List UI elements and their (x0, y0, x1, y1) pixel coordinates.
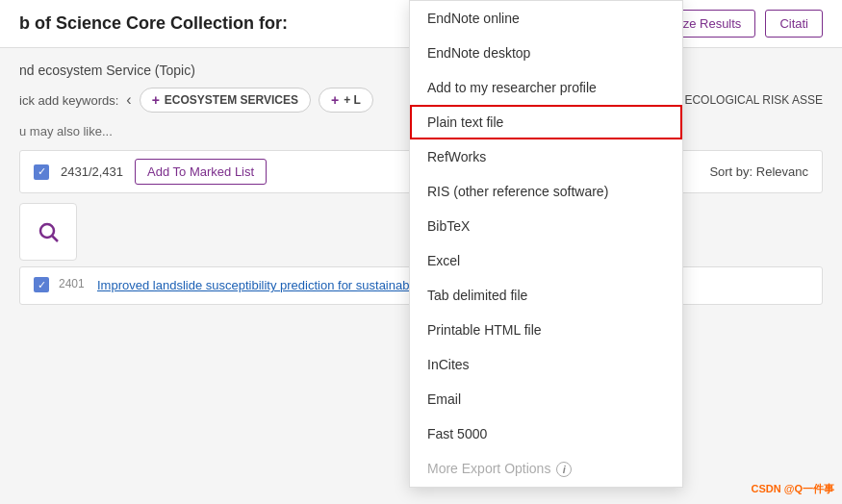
dropdown-item-add-researcher-profile[interactable]: Add to my researcher profile (410, 70, 682, 105)
dropdown-item-tab-delimited[interactable]: Tab delimited file (410, 278, 682, 313)
citation-button[interactable]: Citati (765, 10, 823, 38)
keyword-plus-icon-more: + (331, 92, 339, 108)
add-to-marked-button[interactable]: Add To Marked List (135, 159, 267, 185)
dropdown-item-ris[interactable]: RIS (other reference software) (410, 174, 682, 209)
info-icon[interactable]: i (556, 462, 572, 477)
dropdown-item-fast-5000[interactable]: Fast 5000 (410, 416, 682, 451)
page-title: b of Science Core Collection for: (19, 13, 288, 34)
dropdown-item-incites[interactable]: InCites (410, 347, 682, 382)
keyword-more-label: + L (344, 93, 361, 107)
keyword-label-0: ECOSYSTEM SERVICES (165, 93, 298, 107)
svg-line-1 (53, 237, 59, 242)
dropdown-item-printable-html[interactable]: Printable HTML file (410, 313, 682, 347)
export-dropdown: EndNote onlineEndNote desktopAdd to my r… (409, 0, 683, 488)
search-icon (37, 220, 60, 243)
page-background: b of Science Core Collection for: alyze … (0, 0, 842, 504)
dropdown-item-email[interactable]: Email (410, 382, 682, 416)
dropdown-item-refworks[interactable]: RefWorks (410, 139, 682, 174)
keyword-chip-0[interactable]: + ECOSYSTEM SERVICES (140, 88, 311, 113)
keywords-prev-arrow[interactable]: ‹ (126, 91, 131, 109)
keyword-plus-icon: + (152, 92, 160, 108)
dropdown-item-endnote-online[interactable]: EndNote online (410, 1, 682, 36)
svg-point-0 (40, 224, 54, 238)
watermark: CSDN @Q一件事 (751, 482, 834, 496)
dropdown-item-endnote-desktop[interactable]: EndNote desktop (410, 36, 682, 70)
results-count: 2431/2,431 (61, 164, 123, 179)
dropdown-item-more-export: More Export Optionsi (410, 451, 682, 487)
dropdown-item-excel[interactable]: Excel (410, 243, 682, 278)
dropdown-item-plain-text-file[interactable]: Plain text file (410, 105, 682, 139)
result-number: 2401 (59, 277, 88, 290)
keyword-chip-more[interactable]: + + L (319, 88, 373, 113)
dropdown-item-bibtex[interactable]: BibTeX (410, 209, 682, 243)
sort-label: Sort by: Relevanc (709, 164, 808, 179)
search-icon-box[interactable] (19, 203, 77, 261)
keywords-label: ick add keywords: (19, 93, 118, 108)
select-all-checkbox[interactable]: ✓ (34, 164, 49, 180)
result-checkbox[interactable]: ✓ (34, 277, 49, 292)
